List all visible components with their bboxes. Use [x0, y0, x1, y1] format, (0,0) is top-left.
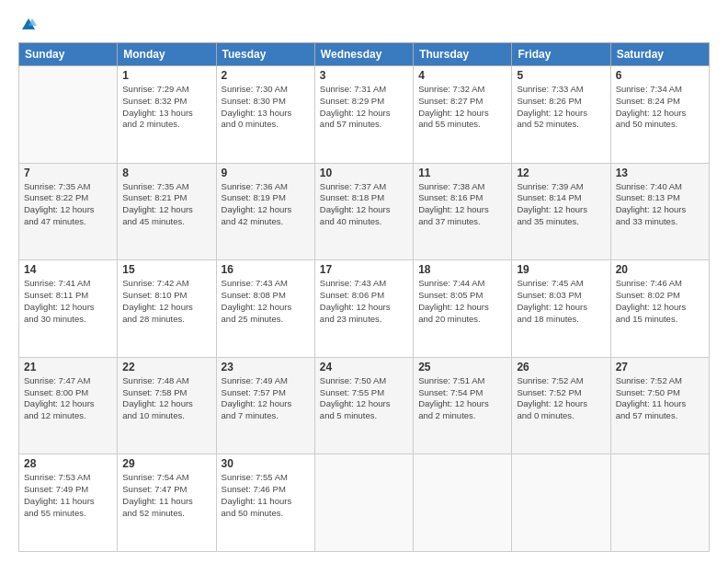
- calendar-cell: 7Sunrise: 7:35 AM Sunset: 8:22 PM Daylig…: [19, 163, 118, 260]
- calendar-cell: 26Sunrise: 7:52 AM Sunset: 7:52 PM Dayli…: [512, 357, 610, 454]
- day-info: Sunrise: 7:53 AM Sunset: 7:49 PM Dayligh…: [24, 472, 112, 519]
- calendar-week-row: 1Sunrise: 7:29 AM Sunset: 8:32 PM Daylig…: [19, 66, 710, 164]
- day-number: 5: [517, 69, 605, 82]
- day-info: Sunrise: 7:49 AM Sunset: 7:57 PM Dayligh…: [222, 375, 310, 422]
- calendar-week-row: 14Sunrise: 7:41 AM Sunset: 8:11 PM Dayli…: [19, 260, 710, 358]
- calendar: SundayMondayTuesdayWednesdayThursdayFrid…: [18, 42, 710, 552]
- day-info: Sunrise: 7:33 AM Sunset: 8:26 PM Dayligh…: [517, 84, 605, 131]
- day-number: 20: [616, 263, 704, 276]
- day-info: Sunrise: 7:47 AM Sunset: 8:00 PM Dayligh…: [24, 375, 112, 422]
- calendar-week-row: 7Sunrise: 7:35 AM Sunset: 8:22 PM Daylig…: [19, 163, 710, 260]
- day-info: Sunrise: 7:51 AM Sunset: 7:54 PM Dayligh…: [418, 375, 506, 422]
- day-info: Sunrise: 7:35 AM Sunset: 8:21 PM Dayligh…: [122, 181, 210, 228]
- day-info: Sunrise: 7:40 AM Sunset: 8:13 PM Dayligh…: [616, 181, 704, 228]
- calendar-cell: [414, 454, 512, 552]
- day-number: 23: [222, 361, 310, 373]
- day-number: 24: [320, 361, 408, 373]
- day-info: Sunrise: 7:48 AM Sunset: 7:58 PM Dayligh…: [122, 375, 210, 422]
- day-info: Sunrise: 7:45 AM Sunset: 8:03 PM Dayligh…: [517, 278, 605, 325]
- day-info: Sunrise: 7:55 AM Sunset: 7:46 PM Dayligh…: [222, 472, 310, 519]
- calendar-cell: 21Sunrise: 7:47 AM Sunset: 8:00 PM Dayli…: [19, 357, 118, 454]
- day-number: 28: [24, 457, 112, 470]
- calendar-cell: 6Sunrise: 7:34 AM Sunset: 8:24 PM Daylig…: [610, 66, 709, 164]
- calendar-cell: 25Sunrise: 7:51 AM Sunset: 7:54 PM Dayli…: [414, 357, 512, 454]
- calendar-cell: 18Sunrise: 7:44 AM Sunset: 8:05 PM Dayli…: [414, 260, 512, 358]
- day-info: Sunrise: 7:46 AM Sunset: 8:02 PM Dayligh…: [616, 278, 704, 325]
- calendar-cell: 24Sunrise: 7:50 AM Sunset: 7:55 PM Dayli…: [314, 357, 413, 454]
- day-info: Sunrise: 7:36 AM Sunset: 8:19 PM Dayligh…: [222, 181, 310, 228]
- calendar-cell: 17Sunrise: 7:43 AM Sunset: 8:06 PM Dayli…: [314, 260, 413, 358]
- day-info: Sunrise: 7:29 AM Sunset: 8:32 PM Dayligh…: [122, 84, 210, 131]
- day-number: 14: [24, 263, 112, 276]
- day-number: 9: [222, 167, 310, 179]
- logo-icon: [20, 17, 37, 33]
- day-info: Sunrise: 7:43 AM Sunset: 8:06 PM Dayligh…: [320, 278, 408, 325]
- calendar-week-row: 28Sunrise: 7:53 AM Sunset: 7:49 PM Dayli…: [19, 454, 710, 552]
- day-info: Sunrise: 7:38 AM Sunset: 8:16 PM Dayligh…: [418, 181, 506, 228]
- day-info: Sunrise: 7:31 AM Sunset: 8:29 PM Dayligh…: [320, 84, 408, 131]
- day-number: 27: [616, 361, 704, 373]
- weekday-header-wednesday: Wednesday: [314, 43, 413, 66]
- calendar-cell: 22Sunrise: 7:48 AM Sunset: 7:58 PM Dayli…: [118, 357, 216, 454]
- calendar-cell: 8Sunrise: 7:35 AM Sunset: 8:21 PM Daylig…: [118, 163, 216, 260]
- day-info: Sunrise: 7:52 AM Sunset: 7:50 PM Dayligh…: [616, 375, 704, 422]
- calendar-cell: 1Sunrise: 7:29 AM Sunset: 8:32 PM Daylig…: [118, 66, 216, 164]
- day-info: Sunrise: 7:44 AM Sunset: 8:05 PM Dayligh…: [418, 278, 506, 325]
- calendar-cell: 19Sunrise: 7:45 AM Sunset: 8:03 PM Dayli…: [512, 260, 610, 358]
- calendar-cell: 9Sunrise: 7:36 AM Sunset: 8:19 PM Daylig…: [216, 163, 314, 260]
- calendar-cell: [610, 454, 709, 552]
- day-info: Sunrise: 7:52 AM Sunset: 7:52 PM Dayligh…: [517, 375, 605, 422]
- day-number: 10: [320, 167, 408, 179]
- day-info: Sunrise: 7:50 AM Sunset: 7:55 PM Dayligh…: [320, 375, 408, 422]
- calendar-cell: 2Sunrise: 7:30 AM Sunset: 8:30 PM Daylig…: [216, 66, 314, 164]
- calendar-cell: 5Sunrise: 7:33 AM Sunset: 8:26 PM Daylig…: [512, 66, 610, 164]
- calendar-cell: 10Sunrise: 7:37 AM Sunset: 8:18 PM Dayli…: [314, 163, 413, 260]
- day-number: 15: [122, 263, 210, 276]
- calendar-cell: 12Sunrise: 7:39 AM Sunset: 8:14 PM Dayli…: [512, 163, 610, 260]
- day-info: Sunrise: 7:34 AM Sunset: 8:24 PM Dayligh…: [616, 84, 704, 131]
- day-number: 21: [24, 361, 112, 373]
- calendar-cell: 14Sunrise: 7:41 AM Sunset: 8:11 PM Dayli…: [19, 260, 118, 358]
- day-info: Sunrise: 7:54 AM Sunset: 7:47 PM Dayligh…: [122, 472, 210, 519]
- day-number: 7: [24, 167, 112, 179]
- day-info: Sunrise: 7:41 AM Sunset: 8:11 PM Dayligh…: [24, 278, 112, 325]
- day-number: 19: [517, 263, 605, 276]
- calendar-cell: 3Sunrise: 7:31 AM Sunset: 8:29 PM Daylig…: [314, 66, 413, 164]
- day-number: 4: [418, 69, 506, 82]
- calendar-cell: [314, 454, 413, 552]
- day-number: 16: [222, 263, 310, 276]
- calendar-cell: 20Sunrise: 7:46 AM Sunset: 8:02 PM Dayli…: [610, 260, 709, 358]
- day-number: 13: [616, 167, 704, 179]
- calendar-cell: 15Sunrise: 7:42 AM Sunset: 8:10 PM Dayli…: [118, 260, 216, 358]
- day-number: 30: [222, 457, 310, 470]
- calendar-cell: 23Sunrise: 7:49 AM Sunset: 7:57 PM Dayli…: [216, 357, 314, 454]
- calendar-cell: 13Sunrise: 7:40 AM Sunset: 8:13 PM Dayli…: [610, 163, 709, 260]
- day-number: 12: [517, 167, 605, 179]
- day-info: Sunrise: 7:37 AM Sunset: 8:18 PM Dayligh…: [320, 181, 408, 228]
- day-number: 29: [122, 457, 210, 470]
- day-info: Sunrise: 7:35 AM Sunset: 8:22 PM Dayligh…: [24, 181, 112, 228]
- day-number: 26: [517, 361, 605, 373]
- calendar-cell: 16Sunrise: 7:43 AM Sunset: 8:08 PM Dayli…: [216, 260, 314, 358]
- calendar-week-row: 21Sunrise: 7:47 AM Sunset: 8:00 PM Dayli…: [19, 357, 710, 454]
- day-info: Sunrise: 7:39 AM Sunset: 8:14 PM Dayligh…: [517, 181, 605, 228]
- calendar-cell: 30Sunrise: 7:55 AM Sunset: 7:46 PM Dayli…: [216, 454, 314, 552]
- header: [18, 17, 710, 33]
- weekday-header-tuesday: Tuesday: [216, 43, 314, 66]
- day-number: 3: [320, 69, 408, 82]
- day-info: Sunrise: 7:42 AM Sunset: 8:10 PM Dayligh…: [122, 278, 210, 325]
- day-info: Sunrise: 7:32 AM Sunset: 8:27 PM Dayligh…: [418, 84, 506, 131]
- calendar-cell: 29Sunrise: 7:54 AM Sunset: 7:47 PM Dayli…: [118, 454, 216, 552]
- day-number: 1: [122, 69, 210, 82]
- weekday-header-sunday: Sunday: [19, 43, 118, 66]
- weekday-header-row: SundayMondayTuesdayWednesdayThursdayFrid…: [19, 43, 710, 66]
- page: SundayMondayTuesdayWednesdayThursdayFrid…: [0, 0, 728, 563]
- day-number: 8: [122, 167, 210, 179]
- day-number: 6: [616, 69, 704, 82]
- calendar-cell: [19, 66, 118, 164]
- day-number: 11: [418, 167, 506, 179]
- day-number: 25: [418, 361, 506, 373]
- day-number: 2: [222, 69, 310, 82]
- weekday-header-friday: Friday: [512, 43, 610, 66]
- calendar-cell: 28Sunrise: 7:53 AM Sunset: 7:49 PM Dayli…: [19, 454, 118, 552]
